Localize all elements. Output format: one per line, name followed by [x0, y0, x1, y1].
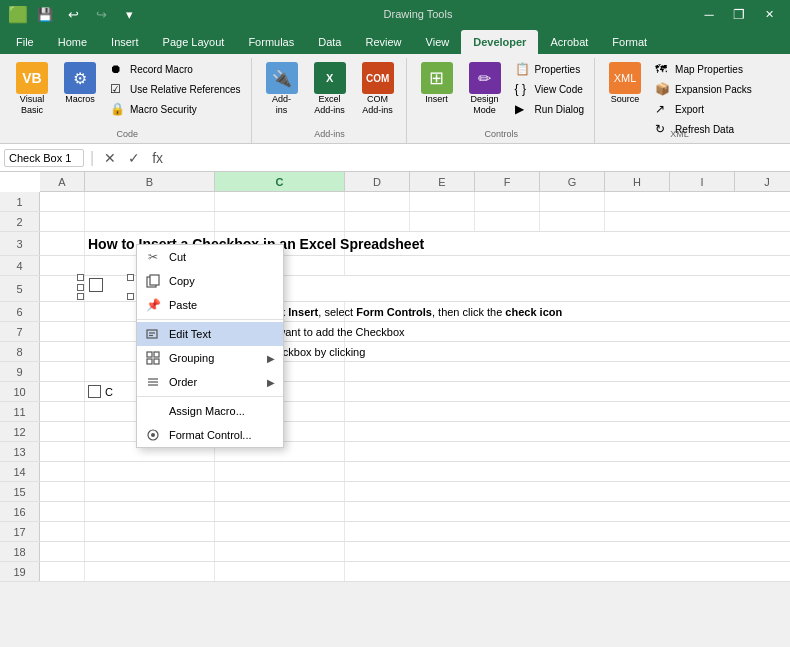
handle-tm[interactable]: [127, 274, 134, 281]
export-button[interactable]: ↗ Export: [651, 100, 756, 118]
menu-item-order[interactable]: Order ▶: [137, 370, 283, 394]
handle-tl[interactable]: [77, 274, 84, 281]
menu-separator-2: [137, 396, 283, 397]
row-num-1[interactable]: 1: [0, 192, 40, 211]
tab-insert[interactable]: Insert: [99, 30, 151, 54]
tab-page-layout[interactable]: Page Layout: [151, 30, 237, 54]
row-num-3[interactable]: 3: [0, 232, 40, 255]
table-row: 6 loper tab click Insert, select Form Co…: [0, 302, 790, 322]
table-row: 11: [0, 402, 790, 422]
menu-item-paste[interactable]: 📌 Paste: [137, 293, 283, 317]
design-label: DesignMode: [471, 94, 499, 116]
handle-bl[interactable]: [77, 293, 84, 300]
row-num-8[interactable]: 8: [0, 342, 40, 361]
excel-addins-button[interactable]: X ExcelAdd-ins: [308, 60, 352, 118]
col-header-I[interactable]: I: [670, 172, 735, 191]
confirm-formula-button[interactable]: ✓: [124, 148, 144, 168]
row-num-10[interactable]: 10: [0, 382, 40, 401]
row-num-6[interactable]: 6: [0, 302, 40, 321]
fx-button[interactable]: fx: [148, 148, 167, 168]
row-num-4[interactable]: 4: [0, 256, 40, 275]
menu-item-copy[interactable]: Copy: [137, 269, 283, 293]
close-button[interactable]: ✕: [756, 4, 782, 24]
macros-button[interactable]: ⚙ Macros: [58, 60, 102, 107]
checkbox-2[interactable]: [88, 385, 101, 398]
cancel-formula-button[interactable]: ✕: [100, 148, 120, 168]
qat-dropdown[interactable]: ▾: [118, 4, 140, 24]
relative-references-button[interactable]: ☑ Use Relative References: [106, 80, 245, 98]
tab-review[interactable]: Review: [353, 30, 413, 54]
macro-security-button[interactable]: 🔒 Macro Security: [106, 100, 245, 118]
menu-item-assign-macro[interactable]: Assign Macro...: [137, 399, 283, 423]
refresh-data-button[interactable]: ↻ Refresh Data: [651, 120, 756, 138]
run-dialog-button[interactable]: ▶ Run Dialog: [511, 100, 588, 118]
insert-controls-button[interactable]: ⊞ Insert: [415, 60, 459, 107]
record-icon: ⏺: [110, 62, 126, 76]
copy-icon: [145, 273, 161, 289]
table-row: 10 C: [0, 382, 790, 402]
tab-developer[interactable]: Developer: [461, 30, 538, 54]
col-header-E[interactable]: E: [410, 172, 475, 191]
tab-formulas[interactable]: Formulas: [236, 30, 306, 54]
edit-text-label: Edit Text: [169, 328, 275, 340]
cell-1-F[interactable]: [475, 192, 540, 211]
checkbox-widget[interactable]: [89, 278, 103, 292]
minimize-button[interactable]: ─: [696, 4, 722, 24]
col-header-A[interactable]: A: [40, 172, 85, 191]
tab-home[interactable]: Home: [46, 30, 99, 54]
handle-ml[interactable]: [77, 284, 84, 291]
view-code-button[interactable]: { } View Code: [511, 80, 588, 98]
cell-1-B[interactable]: [85, 192, 215, 211]
col-header-G[interactable]: G: [540, 172, 605, 191]
col-header-H[interactable]: H: [605, 172, 670, 191]
visual-basic-button[interactable]: VB VisualBasic: [10, 60, 54, 118]
properties-button[interactable]: 📋 Properties: [511, 60, 588, 78]
undo-button[interactable]: ↩: [62, 4, 84, 24]
menu-item-grouping[interactable]: Grouping ▶: [137, 346, 283, 370]
row-num-7[interactable]: 7: [0, 322, 40, 341]
name-box[interactable]: [4, 149, 84, 167]
handle-bm[interactable]: [127, 293, 134, 300]
redo-button[interactable]: ↪: [90, 4, 112, 24]
menu-item-cut[interactable]: ✂ Cut: [137, 245, 283, 269]
table-row: 5: [0, 276, 790, 302]
col-header-D[interactable]: D: [345, 172, 410, 191]
row-num-5[interactable]: 5: [0, 276, 40, 301]
cell-1-E[interactable]: [410, 192, 475, 211]
addins-button[interactable]: 🔌 Add-ins: [260, 60, 304, 118]
cell-1-G[interactable]: [540, 192, 605, 211]
tab-file[interactable]: File: [4, 30, 46, 54]
cut-icon: ✂: [145, 249, 161, 265]
cell-1-C[interactable]: [215, 192, 345, 211]
map-properties-button[interactable]: 🗺 Map Properties: [651, 60, 756, 78]
design-icon: ✏: [469, 62, 501, 94]
restore-button[interactable]: ❐: [726, 4, 752, 24]
cell-1-D[interactable]: [345, 192, 410, 211]
menu-item-edit-text[interactable]: Edit Text: [137, 322, 283, 346]
tab-format[interactable]: Format: [600, 30, 659, 54]
tab-data[interactable]: Data: [306, 30, 353, 54]
save-qat-button[interactable]: 💾: [34, 4, 56, 24]
svg-rect-2: [147, 330, 157, 338]
controls-stacked: 📋 Properties { } View Code ▶ Run Dialog: [511, 60, 588, 118]
com-addins-button[interactable]: COM COMAdd-ins: [356, 60, 400, 118]
tab-acrobat[interactable]: Acrobat: [538, 30, 600, 54]
row-num-2[interactable]: 2: [0, 212, 40, 231]
source-button[interactable]: XML Source: [603, 60, 647, 107]
spreadsheet: A B C D E F G H I J K L 1 2: [0, 172, 790, 582]
col-header-C[interactable]: C: [215, 172, 345, 191]
checkbox-box[interactable]: [89, 278, 103, 292]
properties-icon: 📋: [515, 62, 531, 76]
expansion-packs-button[interactable]: 📦 Expansion Packs: [651, 80, 756, 98]
design-mode-button[interactable]: ✏ DesignMode: [463, 60, 507, 118]
ribbon-group-controls: ⊞ Insert ✏ DesignMode 📋 Properties { } V…: [409, 58, 595, 143]
formula-divider: |: [90, 149, 94, 167]
cell-1-A[interactable]: [40, 192, 85, 211]
col-header-F[interactable]: F: [475, 172, 540, 191]
row-num-9[interactable]: 9: [0, 362, 40, 381]
menu-item-format-control[interactable]: Format Control...: [137, 423, 283, 447]
col-header-J[interactable]: J: [735, 172, 790, 191]
record-macro-button[interactable]: ⏺ Record Macro: [106, 60, 245, 78]
col-header-B[interactable]: B: [85, 172, 215, 191]
tab-view[interactable]: View: [414, 30, 462, 54]
